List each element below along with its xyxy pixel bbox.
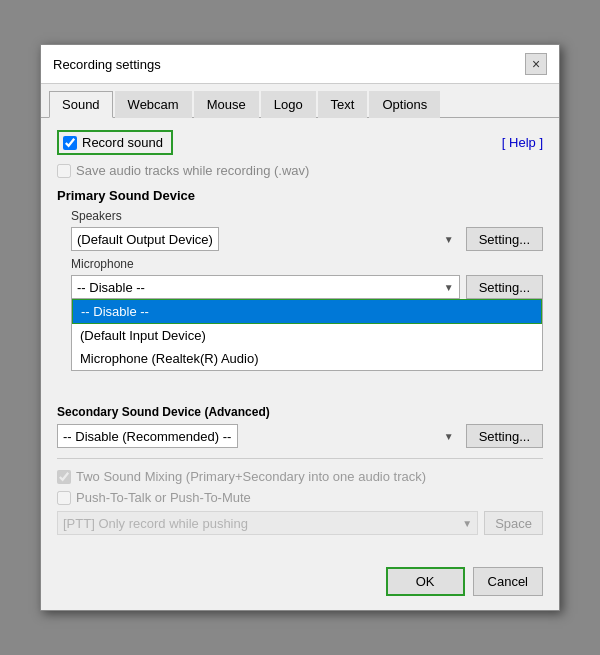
microphone-row: -- Disable -- ▼ Setting... -- Disable --… bbox=[71, 275, 543, 299]
close-button[interactable]: × bbox=[525, 53, 547, 75]
mic-option-disable[interactable]: -- Disable -- bbox=[72, 299, 542, 324]
tab-webcam[interactable]: Webcam bbox=[115, 91, 192, 118]
secondary-device-title: Secondary Sound Device (Advanced) bbox=[57, 405, 543, 419]
tab-logo[interactable]: Logo bbox=[261, 91, 316, 118]
record-sound-checkbox[interactable] bbox=[63, 136, 77, 150]
record-sound-label: Record sound bbox=[82, 135, 163, 150]
mixing-label: Two Sound Mixing (Primary+Secondary into… bbox=[76, 469, 426, 484]
mixing-checkbox[interactable] bbox=[57, 470, 71, 484]
speakers-label: Speakers bbox=[71, 209, 543, 223]
dialog-window: Recording settings × Sound Webcam Mouse … bbox=[40, 44, 560, 611]
ptt-row: Push-To-Talk or Push-To-Mute bbox=[57, 490, 543, 505]
mic-option-default[interactable]: (Default Input Device) bbox=[72, 324, 542, 347]
mic-value-label: -- Disable -- bbox=[77, 280, 145, 295]
mic-dropdown-arrow: ▼ bbox=[444, 282, 454, 293]
speakers-row: (Default Output Device) Setting... bbox=[71, 227, 543, 251]
ptt-select-wrapper: [PTT] Only record while pushing bbox=[57, 511, 478, 535]
speakers-select[interactable]: (Default Output Device) bbox=[71, 227, 219, 251]
ptt-select[interactable]: [PTT] Only record while pushing bbox=[57, 511, 478, 535]
record-sound-checkbox-label[interactable]: Record sound bbox=[63, 135, 163, 150]
ptt-label: Push-To-Talk or Push-To-Mute bbox=[76, 490, 251, 505]
dialog-footer: OK Cancel bbox=[41, 557, 559, 610]
mic-option-realtek[interactable]: Microphone (Realtek(R) Audio) bbox=[72, 347, 542, 370]
title-bar: Recording settings × bbox=[41, 45, 559, 84]
tab-mouse[interactable]: Mouse bbox=[194, 91, 259, 118]
mixing-row: Two Sound Mixing (Primary+Secondary into… bbox=[57, 469, 543, 484]
tab-options[interactable]: Options bbox=[369, 91, 440, 118]
microphone-setting-button[interactable]: Setting... bbox=[466, 275, 543, 299]
ok-button[interactable]: OK bbox=[386, 567, 465, 596]
ptt-checkbox[interactable] bbox=[57, 491, 71, 505]
tab-sound[interactable]: Sound bbox=[49, 91, 113, 118]
speakers-setting-button[interactable]: Setting... bbox=[466, 227, 543, 251]
divider bbox=[57, 458, 543, 459]
secondary-select-wrapper: -- Disable (Recommended) -- bbox=[57, 424, 460, 448]
dialog-title: Recording settings bbox=[53, 57, 161, 72]
save-tracks-label: Save audio tracks while recording (.wav) bbox=[76, 163, 309, 178]
secondary-setting-button[interactable]: Setting... bbox=[466, 424, 543, 448]
tab-bar: Sound Webcam Mouse Logo Text Options bbox=[41, 84, 559, 118]
save-tracks-checkbox[interactable] bbox=[57, 164, 71, 178]
save-tracks-row: Save audio tracks while recording (.wav) bbox=[57, 163, 543, 178]
microphone-select-display[interactable]: -- Disable -- ▼ bbox=[71, 275, 460, 299]
record-sound-highlight: Record sound bbox=[57, 130, 173, 155]
tab-content: Record sound [ Help ] Save audio tracks … bbox=[41, 118, 559, 557]
microphone-label: Microphone bbox=[71, 257, 543, 271]
speakers-select-wrapper: (Default Output Device) bbox=[71, 227, 460, 251]
primary-device-title: Primary Sound Device bbox=[57, 188, 543, 203]
ptt-select-row: [PTT] Only record while pushing Space bbox=[57, 511, 543, 535]
secondary-device-row: -- Disable (Recommended) -- Setting... bbox=[57, 424, 543, 448]
help-link[interactable]: [ Help ] bbox=[502, 135, 543, 150]
microphone-section: Microphone -- Disable -- ▼ Setting... --… bbox=[71, 257, 543, 299]
tab-text[interactable]: Text bbox=[318, 91, 368, 118]
cancel-button[interactable]: Cancel bbox=[473, 567, 543, 596]
microphone-dropdown-list: -- Disable -- (Default Input Device) Mic… bbox=[71, 299, 543, 371]
secondary-select[interactable]: -- Disable (Recommended) -- bbox=[57, 424, 238, 448]
record-row: Record sound [ Help ] bbox=[57, 130, 543, 155]
ptt-key-display: Space bbox=[484, 511, 543, 535]
